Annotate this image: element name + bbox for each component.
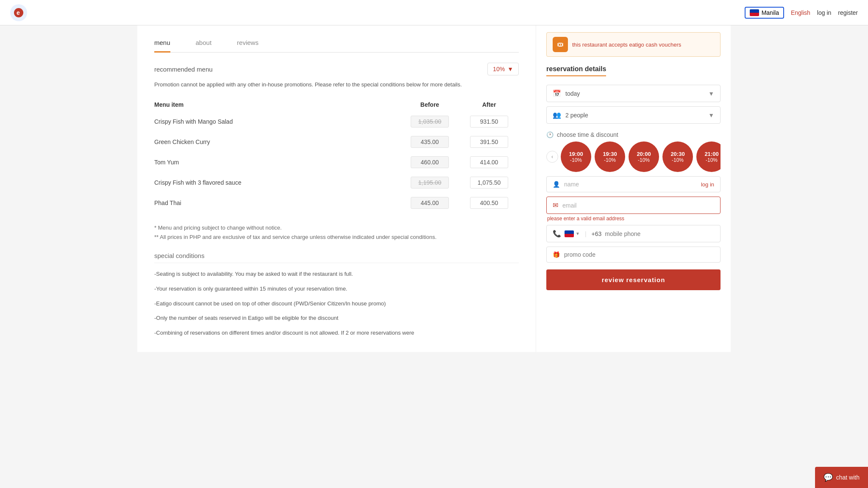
clock-icon: 🕐 bbox=[546, 131, 554, 138]
price-before: 445.00 bbox=[411, 197, 449, 209]
price-after: 931.50 bbox=[470, 116, 508, 128]
footnote-1: * Menu and pricing subject to change wit… bbox=[154, 223, 519, 233]
phone-icon: 📞 bbox=[553, 230, 561, 238]
left-content: menu about reviews recommended menu 10% … bbox=[137, 25, 536, 352]
price-after: 391.50 bbox=[470, 136, 508, 148]
table-row: Phad Thai 445.00 400.50 bbox=[154, 193, 519, 213]
time-label-row: 🕐 choose time & discount bbox=[546, 128, 721, 141]
menu-item-name: Green Chicken Curry bbox=[154, 139, 400, 145]
time-slot-time: 20:00 bbox=[637, 151, 651, 157]
condition-item: -Only the number of seats reserved in Ea… bbox=[154, 314, 519, 323]
phone-input[interactable] bbox=[605, 230, 714, 237]
tab-menu[interactable]: menu bbox=[154, 34, 170, 53]
price-after-cell: 400.50 bbox=[459, 197, 519, 209]
promo-input[interactable] bbox=[564, 251, 714, 258]
time-slot-discount: -10% bbox=[570, 157, 582, 163]
menu-item-name: Phad Thai bbox=[154, 200, 400, 206]
location-label: Manila bbox=[762, 9, 779, 16]
time-slot-4[interactable]: 21:00 -10% bbox=[696, 141, 721, 172]
footnotes: * Menu and pricing subject to change wit… bbox=[154, 223, 519, 242]
menu-item-name: Crispy Fish with Mango Salad bbox=[154, 118, 400, 125]
email-input[interactable] bbox=[562, 202, 714, 209]
register-link[interactable]: register bbox=[838, 9, 858, 16]
manila-button[interactable]: Manila bbox=[745, 7, 784, 19]
price-after-cell: 931.50 bbox=[459, 116, 519, 128]
date-selector[interactable]: 📅 today ▼ bbox=[546, 85, 721, 102]
time-slot-time: 21:00 bbox=[704, 151, 718, 157]
time-slot-time: 19:00 bbox=[569, 151, 583, 157]
time-label: choose time & discount bbox=[557, 131, 618, 138]
time-prev-button[interactable]: ‹ bbox=[546, 151, 558, 163]
time-slot-time: 20:30 bbox=[670, 151, 684, 157]
language-button[interactable]: English bbox=[791, 9, 810, 16]
flag-chevron-icon: ▼ bbox=[576, 231, 580, 236]
price-after-cell: 391.50 bbox=[459, 136, 519, 148]
name-login-link[interactable]: log in bbox=[701, 181, 714, 188]
people-selector[interactable]: 👥 2 people ▼ bbox=[546, 106, 721, 124]
condition-item: -Eatigo discount cannot be used on top o… bbox=[154, 299, 519, 308]
menu-item-name: Crispy Fish with 3 flavored sauce bbox=[154, 179, 400, 186]
tab-about[interactable]: about bbox=[196, 34, 212, 53]
time-slot-discount: -10% bbox=[604, 157, 616, 163]
philippines-flag bbox=[750, 9, 759, 16]
section-header: recommended menu 10% ▼ bbox=[154, 63, 519, 75]
table-row: Crispy Fish with 3 flavored sauce 1,195.… bbox=[154, 172, 519, 193]
col-before-header: Before bbox=[400, 101, 459, 108]
chevron-down-icon: ▼ bbox=[507, 66, 513, 72]
promo-row: 🎁 bbox=[546, 247, 721, 263]
header-right: Manila English log in register bbox=[745, 7, 858, 19]
price-after: 1,075.50 bbox=[470, 177, 508, 189]
price-after: 414.00 bbox=[470, 156, 508, 168]
name-row: 👤 name log in bbox=[546, 176, 721, 192]
phone-row: 📞 ▼ | +63 bbox=[546, 225, 721, 242]
price-before-cell: 435.00 bbox=[400, 136, 459, 148]
condition-item: -Combining of reservations on different … bbox=[154, 329, 519, 338]
email-error-msg: please enter a valid email address bbox=[547, 216, 721, 222]
header: e Manila English log in register bbox=[0, 0, 868, 25]
time-slot-3[interactable]: 20:30 -10% bbox=[662, 141, 693, 172]
voucher-banner: 🎟 this restaurant accepts eatigo cash vo… bbox=[546, 32, 721, 57]
discount-dropdown[interactable]: 10% ▼ bbox=[487, 63, 519, 75]
time-slot-discount: -10% bbox=[672, 157, 684, 163]
name-left: 👤 name bbox=[553, 181, 579, 188]
price-before-cell: 1,195.00 bbox=[400, 177, 459, 189]
date-value: today bbox=[565, 90, 704, 97]
price-before-cell: 1,035.00 bbox=[400, 116, 459, 128]
tab-reviews[interactable]: reviews bbox=[237, 34, 259, 53]
phone-flag-select[interactable]: ▼ bbox=[565, 230, 580, 237]
time-section: 🕐 choose time & discount ‹ 19:00 -10% 19… bbox=[546, 128, 721, 172]
phone-flag bbox=[565, 230, 574, 237]
condition-item: -Your reservation is only guaranteed wit… bbox=[154, 285, 519, 294]
footnote-2: ** All prices in PHP and are exclusive o… bbox=[154, 233, 519, 242]
time-slot-time: 19:30 bbox=[603, 151, 617, 157]
email-row: ✉ bbox=[546, 197, 721, 214]
time-slot-discount: -10% bbox=[638, 157, 650, 163]
price-after-cell: 1,075.50 bbox=[459, 177, 519, 189]
time-slot-2[interactable]: 20:00 -10% bbox=[629, 141, 659, 172]
col-item-header: Menu item bbox=[154, 101, 400, 108]
reservation-title: reservation details bbox=[546, 65, 606, 76]
calendar-icon: 📅 bbox=[553, 89, 561, 97]
time-slot-0[interactable]: 19:00 -10% bbox=[561, 141, 591, 172]
special-conditions-title: special conditions bbox=[154, 252, 519, 263]
section-title: recommended menu bbox=[154, 66, 213, 73]
special-conditions: special conditions -Seating is subject t… bbox=[154, 252, 519, 338]
review-reservation-button[interactable]: review reservation bbox=[546, 269, 721, 290]
time-slot-1[interactable]: 19:30 -10% bbox=[595, 141, 625, 172]
table-row: Tom Yum 460.00 414.00 bbox=[154, 152, 519, 172]
promo-note: Promotion cannot be applied with any oth… bbox=[154, 80, 519, 89]
country-code: +63 bbox=[592, 230, 602, 237]
people-icon: 👥 bbox=[553, 111, 561, 119]
logo: e bbox=[10, 4, 27, 21]
svg-text:e: e bbox=[17, 9, 20, 16]
reservation-section: 📅 today ▼ 👥 2 people ▼ 🕐 choose time & d… bbox=[546, 85, 721, 290]
name-placeholder: name bbox=[564, 181, 579, 188]
price-after: 400.50 bbox=[470, 197, 508, 209]
discount-value: 10% bbox=[493, 66, 505, 72]
login-link[interactable]: log in bbox=[817, 9, 831, 16]
time-slot-discount: -10% bbox=[706, 157, 718, 163]
person-icon: 👤 bbox=[553, 181, 560, 188]
right-sidebar: 🎟 this restaurant accepts eatigo cash vo… bbox=[536, 25, 731, 352]
menu-rows: Crispy Fish with Mango Salad 1,035.00 93… bbox=[154, 111, 519, 213]
time-slots-container: ‹ 19:00 -10% 19:30 -10% 20:00 -10% 20:30… bbox=[546, 141, 721, 172]
